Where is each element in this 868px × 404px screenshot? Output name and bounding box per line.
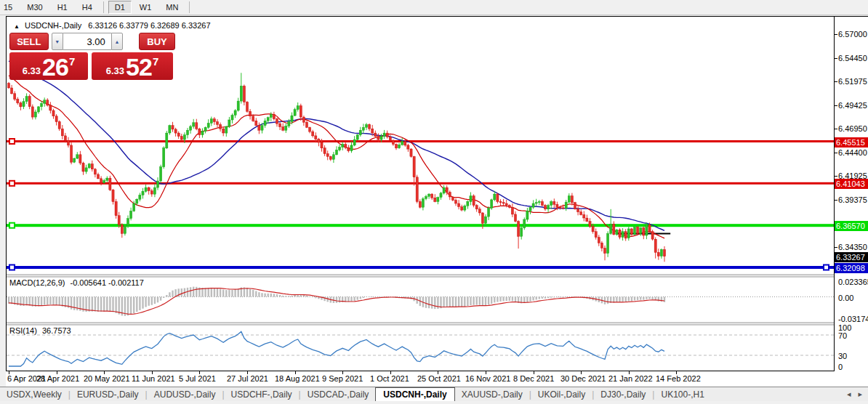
date-tick-label: 5 Jul 2021 — [179, 374, 216, 383]
date-tick-label: 30 Dec 2021 — [560, 374, 606, 383]
tab-scroll-left-icon[interactable]: ◂ — [847, 389, 851, 399]
line-handle[interactable] — [9, 223, 15, 228]
rsi-tick-label: 70 — [838, 331, 847, 340]
date-tick-label: 25 Oct 2021 — [417, 374, 461, 383]
axis-tick-mark — [835, 153, 837, 153]
date-tick-label: 9 Sep 2021 — [322, 374, 363, 383]
rsi-value: 36.7573 — [42, 326, 71, 335]
toolbar-separator — [103, 1, 104, 13]
volume-decrease-button[interactable]: ▼ — [52, 33, 63, 50]
date-tick-label: 27 Jul 2021 — [227, 374, 268, 383]
level-price-badge: 6.32098 — [835, 263, 868, 273]
date-tick-label: 18 Aug 2021 — [275, 374, 320, 383]
chart-tab-dj30-daily[interactable]: DJ30-,Daily — [594, 388, 652, 401]
price-tick-label: 6.54450 — [838, 54, 867, 62]
timeframe-button-m30[interactable]: M30 — [20, 1, 49, 14]
chart-window: ▲ USDCNH-,Daily 6.33126 6.33779 6.32689 … — [6, 16, 835, 371]
chart-tab-eurusd-daily[interactable]: EURUSD-,Daily — [71, 388, 145, 401]
date-tick-label: 28 Apr 2021 — [36, 374, 79, 383]
buy-price-main: 52 — [126, 54, 152, 79]
buy-button[interactable]: BUY — [139, 33, 175, 50]
buy-price-tile[interactable]: 6.33 52 7 — [92, 52, 173, 80]
rsi-indicator-label: RSI(14) 36.7573 — [9, 326, 71, 335]
horizontal-level-line[interactable] — [7, 224, 834, 227]
axis-tick-mark — [835, 58, 837, 59]
timeframe-button-d1[interactable]: D1 — [108, 1, 132, 14]
chart-tab-bar: USDX,Weekly|EURUSD-,Daily|AUDUSD-,Daily|… — [0, 387, 868, 401]
axis-tick-mark — [835, 176, 837, 177]
sell-price-main: 26 — [42, 54, 68, 79]
timeframe-button-w1[interactable]: W1 — [133, 1, 158, 14]
chart-tab-usdcnh-daily[interactable]: USDCNH-,Daily — [375, 387, 454, 402]
level-price-badge: 6.41043 — [835, 179, 868, 189]
date-tick-label: 14 Feb 2022 — [656, 374, 701, 383]
volume-input[interactable] — [63, 33, 111, 50]
rsi-tick-label: 30 — [838, 352, 847, 360]
axis-tick-mark — [835, 34, 837, 35]
chart-tab-usdcad-daily[interactable]: USDCAD-,Daily — [301, 388, 376, 401]
horizontal-level-line[interactable] — [7, 140, 834, 142]
chart-tab-ukoil-daily[interactable]: UKOil-,Daily — [531, 388, 592, 401]
axis-tick-mark — [835, 247, 837, 248]
chart-tab-audusd-daily[interactable]: AUDUSD-,Daily — [148, 388, 222, 401]
sell-price-pip: 7 — [69, 55, 75, 68]
rsi-line — [9, 331, 664, 366]
level-price-badge: 6.36570 — [835, 221, 868, 231]
sell-price-tile[interactable]: 6.33 26 7 — [9, 52, 88, 80]
sell-button[interactable]: SELL — [9, 33, 49, 50]
sell-price-prefix: 6.33 — [23, 65, 41, 76]
axis-tick-mark — [835, 129, 837, 129]
toolbar-separator — [189, 1, 190, 13]
collapse-chart-icon[interactable]: ▲ — [14, 23, 20, 30]
macd-tick-label: -0.03174 — [838, 315, 868, 323]
date-axis[interactable]: 6 Apr 2021 28 Apr 2021 20 May 2021 11 Ju… — [6, 371, 835, 387]
current-price-badge: 6.33267 — [835, 252, 868, 262]
ma-fast-line — [9, 76, 664, 238]
status-strip — [0, 401, 868, 404]
horizontal-level-line[interactable] — [7, 182, 834, 185]
price-tick-label: 6.51975 — [838, 77, 867, 86]
axis-tick-mark — [835, 105, 837, 106]
macd-tick-label: 0.023365 — [838, 278, 868, 286]
macd-name: MACD(12,26,9) — [9, 278, 65, 287]
buy-price-pip: 7 — [153, 55, 158, 68]
price-tick-label: 6.46950 — [838, 124, 867, 133]
timeframe-button-h4[interactable]: H4 — [76, 1, 99, 14]
line-handle[interactable] — [9, 265, 15, 270]
price-tick-label: 6.44400 — [838, 148, 867, 157]
axis-tick-mark — [835, 200, 837, 201]
line-handle[interactable] — [824, 265, 829, 270]
tab-scroll-right-icon[interactable]: ▸ — [858, 389, 862, 399]
axis-tick-mark — [835, 81, 837, 82]
chart-tab-usdchf-daily[interactable]: USDCHF-,Daily — [225, 388, 299, 401]
chevron-up-icon: ▲ — [114, 39, 119, 44]
timeframe-toolbar: 15M30H1H4D1W1MN — [0, 0, 868, 15]
date-tick-label: 16 Nov 2021 — [465, 374, 510, 383]
line-handle[interactable] — [9, 181, 15, 186]
price-tick-label: 6.49425 — [838, 101, 867, 110]
volume-increase-button[interactable]: ▲ — [111, 33, 123, 50]
chart-tab-usdx-weekly[interactable]: USDX,Weekly — [0, 388, 68, 401]
price-axis[interactable]: 6.57000 6.54450 6.51975 6.49425 6.46950 … — [835, 16, 868, 387]
chart-tab-uk100-h1[interactable]: UK100-,H1 — [654, 388, 710, 401]
horizontal-level-line[interactable] — [7, 266, 834, 269]
price-tick-label: 6.34350 — [838, 243, 867, 251]
price-tick-label: 6.57000 — [838, 30, 867, 39]
timeframe-button-h1[interactable]: H1 — [51, 1, 74, 14]
one-click-trading-panel: SELL ▼ ▲ BUY 6.33 26 7 6.33 52 — [9, 33, 175, 80]
chevron-down-icon: ▼ — [55, 39, 60, 44]
date-tick-label: 11 Jun 2021 — [132, 374, 175, 383]
timeframe-button-mn[interactable]: MN — [159, 1, 185, 14]
terminal-window: 15M30H1H4D1W1MN ▲ USDCNH-,Daily 6.33126 … — [0, 0, 868, 404]
chart-tab-xauusd-daily[interactable]: XAUUSD-,Daily — [455, 388, 529, 401]
macd-indicator-label: MACD(12,26,9) -0.005641 -0.002117 — [9, 278, 144, 287]
candles — [7, 73, 665, 262]
timeframe-button-15[interactable]: 15 — [0, 1, 19, 14]
macd-tick-label: 0.00 — [838, 294, 853, 302]
date-tick-label: 1 Oct 2021 — [370, 374, 409, 383]
line-handle[interactable] — [9, 139, 15, 144]
chart-symbol-label: USDCNH-,Daily — [25, 21, 81, 30]
price-tick-label: 6.39375 — [838, 195, 867, 204]
rsi-name: RSI(14) — [9, 326, 37, 335]
date-tick-label: 21 Jan 2022 — [608, 374, 653, 383]
